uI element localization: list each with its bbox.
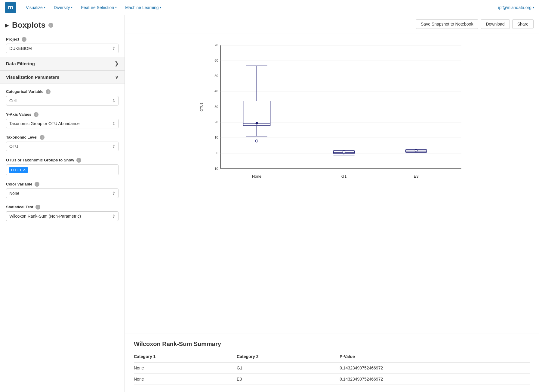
chart-container: OTU1 -10 0 10 20 30 40 50 60 70	[125, 33, 539, 333]
col-header-cat1: Category 1	[134, 352, 237, 362]
boxplot-e3: E3	[406, 149, 427, 179]
table-cell-cat1: None	[134, 362, 237, 374]
nav-visualize-label: Visualize	[26, 5, 43, 10]
svg-text:50: 50	[214, 74, 218, 78]
svg-text:G1: G1	[341, 174, 346, 179]
otu-tag: OTU1 ✕	[9, 167, 28, 173]
statistical-info-icon[interactable]: i	[35, 205, 40, 210]
y-axis-select-wrapper: Taxonomic Group or OTU Abundance ⇕	[6, 119, 119, 128]
summary-title: Wilcoxon Rank-Sum Summary	[134, 341, 530, 348]
logo[interactable]: m	[5, 2, 16, 13]
main-layout: ▶ Boxplots i Project i DUKEBIOM ⇕ Data F…	[0, 15, 539, 392]
viz-params-chevron-icon: ∨	[115, 74, 119, 80]
data-filtering-header[interactable]: Data Filtering ❯	[0, 57, 125, 70]
user-menu-chevron-icon: ▾	[533, 6, 534, 9]
project-info-icon[interactable]: i	[22, 37, 26, 42]
statistical-test-select[interactable]: Wilcoxon Rank-Sum (Non-Parametric)	[6, 211, 119, 221]
nav-visualize-chevron-icon: ▾	[44, 6, 45, 9]
svg-text:20: 20	[214, 120, 218, 124]
categorical-select-wrapper: Cell ⇕	[6, 96, 119, 106]
table-cell-pvalue: 0.14323490752466972	[340, 362, 530, 374]
otu-tag-label: OTU1	[11, 168, 22, 172]
col-header-pvalue: P-Value	[340, 352, 530, 362]
y-axis-info-icon[interactable]: i	[34, 112, 38, 117]
nav-machine-learning-chevron-icon: ▾	[160, 6, 161, 9]
nav-diversity-chevron-icon: ▾	[71, 6, 72, 9]
svg-text:40: 40	[214, 89, 218, 93]
svg-text:30: 30	[214, 105, 218, 109]
color-select-wrapper: None ⇕	[6, 188, 119, 198]
categorical-select[interactable]: Cell	[6, 96, 119, 106]
color-info-icon[interactable]: i	[35, 182, 39, 187]
viz-params-header[interactable]: Visualization Parameters ∨	[0, 70, 125, 84]
svg-text:-10: -10	[214, 167, 218, 170]
nav-diversity-label: Diversity	[54, 5, 70, 10]
categorical-info-icon[interactable]: i	[46, 89, 51, 94]
data-filtering-label: Data Filtering	[6, 61, 35, 66]
svg-text:None: None	[252, 174, 261, 179]
svg-point-27	[256, 140, 258, 142]
categorical-variable-label: Categorical Variable i	[0, 86, 125, 96]
user-menu[interactable]: ipf@miandata.org ▾	[498, 5, 534, 10]
page-title-row: ▶ Boxplots i	[0, 15, 125, 34]
y-axis-select[interactable]: Taxonomic Group or OTU Abundance	[6, 119, 119, 128]
page-title: Boxplots	[12, 20, 45, 30]
svg-text:60: 60	[214, 59, 218, 62]
svg-point-44	[415, 149, 417, 152]
params-section: Categorical Variable i Cell ⇕ Y-Axis Val…	[0, 84, 125, 221]
color-select[interactable]: None	[6, 188, 119, 198]
taxonomic-select[interactable]: OTU	[6, 142, 119, 151]
nav-feature-selection[interactable]: Feature Selection ▾	[77, 0, 121, 15]
otu-tag-input[interactable]: OTU1 ✕	[6, 164, 119, 175]
boxplot-g1: G1	[334, 150, 355, 179]
nav-diversity[interactable]: Diversity ▾	[50, 0, 77, 15]
table-cell-pvalue: 0.14323490752466972	[340, 374, 530, 385]
summary-table: Category 1 Category 2 P-Value NoneG10.14…	[134, 352, 530, 385]
user-email: ipf@miandata.org	[498, 5, 531, 10]
nav-feature-selection-chevron-icon: ▾	[115, 6, 117, 9]
svg-point-36	[343, 151, 345, 153]
project-label: Project i	[0, 34, 125, 44]
collapse-icon[interactable]: ▶	[5, 22, 9, 29]
table-cell-cat1: None	[134, 374, 237, 385]
nav-machine-learning[interactable]: Machine Learning ▾	[121, 0, 165, 15]
taxonomic-level-label: Taxonomic Level i	[0, 132, 125, 142]
viz-params-label: Visualization Parameters	[6, 75, 59, 80]
data-filtering-chevron-icon: ❯	[115, 61, 119, 66]
toolbar: Save Snapshot to Notebook Download Share	[125, 15, 539, 33]
statistical-test-select-wrapper: Wilcoxon Rank-Sum (Non-Parametric) ⇕	[6, 211, 119, 221]
statistical-test-label: Statistical Test i	[0, 202, 125, 211]
nav-feature-selection-label: Feature Selection	[81, 5, 114, 10]
navbar: m Visualize ▾ Diversity ▾ Feature Select…	[0, 0, 539, 15]
download-button[interactable]: Download	[481, 19, 510, 29]
svg-text:OTU1: OTU1	[200, 103, 203, 111]
project-select[interactable]: DUKEBIOM	[6, 44, 119, 53]
nav-machine-learning-label: Machine Learning	[125, 5, 159, 10]
col-header-cat2: Category 2	[237, 352, 340, 362]
svg-rect-23	[243, 101, 270, 126]
taxonomic-select-wrapper: OTU ⇕	[6, 142, 119, 151]
content-area: Save Snapshot to Notebook Download Share…	[125, 15, 539, 392]
table-row: NoneG10.14323490752466972	[134, 362, 530, 374]
summary-section: Wilcoxon Rank-Sum Summary Category 1 Cat…	[125, 333, 539, 392]
y-axis-label: Y-Axis Values i	[0, 109, 125, 119]
otu-tag-remove-icon[interactable]: ✕	[23, 168, 26, 172]
logo-letter: m	[8, 4, 13, 11]
table-cell-cat2: E3	[237, 374, 340, 385]
project-select-wrapper: DUKEBIOM ⇕	[6, 44, 119, 53]
boxplot-none: None	[243, 66, 270, 179]
save-snapshot-button[interactable]: Save Snapshot to Notebook	[416, 19, 478, 29]
taxonomic-info-icon[interactable]: i	[40, 135, 45, 140]
title-info-icon[interactable]: i	[48, 23, 53, 28]
sidebar: ▶ Boxplots i Project i DUKEBIOM ⇕ Data F…	[0, 15, 125, 392]
svg-text:0: 0	[216, 151, 218, 155]
otus-label: OTUs or Taxonomic Groups to Show i	[0, 155, 125, 164]
boxplot-chart: OTU1 -10 0 10 20 30 40 50 60 70	[134, 39, 530, 190]
color-variable-label: Color Variable i	[0, 179, 125, 188]
otus-info-icon[interactable]: i	[76, 158, 81, 163]
nav-visualize[interactable]: Visualize ▾	[22, 0, 50, 15]
svg-text:70: 70	[214, 43, 218, 47]
svg-text:10: 10	[214, 136, 218, 139]
table-row: NoneE30.14323490752466972	[134, 374, 530, 385]
share-button[interactable]: Share	[512, 19, 534, 29]
